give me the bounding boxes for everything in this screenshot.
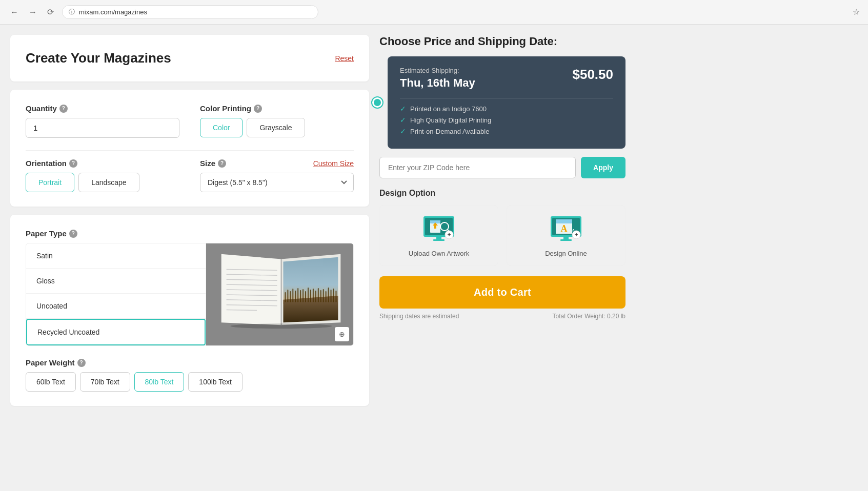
orientation-group: Orientation ? Portrait Landscape [26, 159, 179, 192]
design-option-section: Design Option [379, 189, 625, 266]
grayscale-btn[interactable]: Grayscale [247, 118, 305, 137]
book-illustration [206, 243, 353, 336]
paper-list-scroll[interactable]: Satin Gloss Uncoated Recycled Uncoated [26, 243, 206, 345]
apply-button[interactable]: Apply [581, 157, 625, 178]
svg-rect-13 [315, 291, 316, 302]
paper-weight-help-icon[interactable]: ? [77, 359, 86, 367]
shipping-estimated-label: Estimated Shipping: [400, 67, 475, 74]
design-online-icon: A ↗ [546, 214, 587, 244]
order-weight: Total Order Weight: 0.20 lb [552, 313, 625, 320]
size-select[interactable]: Digest (5.5" x 8.5") Letter (8.5" x 11")… [200, 173, 354, 192]
svg-rect-55 [560, 239, 572, 241]
quantity-color-card: Quantity ? Color Printing ? Color Graysc… [10, 90, 369, 207]
svg-rect-48 [556, 219, 572, 223]
check-icon-2: ✓ [400, 116, 406, 124]
orientation-help-icon[interactable]: ? [69, 159, 77, 168]
portrait-btn[interactable]: Portrait [26, 173, 74, 192]
design-options-row: Upload Own Artwork A [379, 205, 625, 266]
zoom-icon[interactable]: ⊕ [335, 327, 349, 341]
paper-type-card: Paper Type ? Satin Gloss Uncoated Recycl… [10, 215, 369, 406]
svg-rect-11 [310, 290, 311, 302]
landscape-btn[interactable]: Landscape [78, 173, 139, 192]
shipping-feature-3-text: Print-on-Demand Available [410, 128, 489, 135]
quantity-help-icon[interactable]: ? [59, 105, 68, 113]
shipping-note: Shipping dates are estimated [379, 313, 459, 320]
shipping-feature-3: ✓ Print-on-Demand Available [400, 127, 613, 135]
svg-rect-18 [328, 288, 329, 302]
browser-chrome: ← → ⟳ ⓘ mixam.com/magazines ☆ [0, 0, 868, 25]
shipping-radio-indicator[interactable] [372, 97, 382, 108]
paper-preview: ⊕ [206, 243, 353, 345]
shipping-price: $50.50 [572, 67, 613, 83]
shipping-feature-1-text: Printed on an Indigo 7600 [410, 105, 487, 113]
color-printing-help-icon[interactable]: ? [254, 105, 262, 113]
weight-100lb-btn[interactable]: 100lb Text [188, 372, 243, 392]
color-btn[interactable]: Color [200, 118, 243, 137]
reset-link[interactable]: Reset [335, 54, 354, 63]
bookmark-icon[interactable]: ☆ [853, 7, 860, 17]
upload-artwork-card[interactable]: Upload Own Artwork [379, 205, 498, 266]
custom-size-link[interactable]: Custom Size [313, 159, 354, 168]
shipping-card-header: Estimated Shipping: Thu, 16th May $50.50 [400, 67, 613, 90]
add-to-cart-button[interactable]: Add to Cart [379, 276, 625, 309]
size-label-row: Size ? Custom Size [200, 159, 354, 168]
address-bar[interactable]: ⓘ mixam.com/magazines [62, 5, 318, 19]
shipping-feature-2: ✓ High Quality Digital Printing [400, 116, 613, 124]
back-button[interactable]: ← [8, 6, 21, 19]
svg-rect-15 [320, 290, 321, 302]
price-shipping-title: Choose Price and Shipping Date: [379, 35, 625, 48]
color-printing-group: Color Printing ? Color Grayscale [200, 104, 354, 138]
shipping-features: ✓ Printed on an Indigo 7600 ✓ High Quali… [400, 105, 613, 135]
weight-80lb-btn[interactable]: 80lb Text [134, 372, 185, 392]
orientation-size-row: Orientation ? Portrait Landscape Size ? [26, 159, 354, 192]
svg-rect-20 [333, 289, 334, 302]
paper-item-gloss[interactable]: Gloss [26, 269, 206, 294]
orientation-label: Orientation ? [26, 159, 179, 168]
svg-rect-21 [335, 291, 336, 302]
upload-artwork-label: Upload Own Artwork [388, 250, 490, 257]
svg-rect-14 [318, 288, 319, 302]
right-panel: Choose Price and Shipping Date: Estimate… [379, 35, 625, 414]
svg-rect-40 [436, 237, 441, 239]
upload-monitor-svg [421, 215, 457, 243]
svg-text:A: A [561, 223, 568, 234]
title-card: Create Your Magazines Reset [10, 35, 369, 81]
paper-item-satin[interactable]: Satin [26, 243, 206, 269]
shipping-date-group: Estimated Shipping: Thu, 16th May [400, 67, 475, 90]
svg-rect-1 [285, 292, 286, 302]
refresh-button[interactable]: ⟳ [45, 5, 56, 19]
svg-rect-41 [433, 239, 445, 241]
paper-type-section: Paper Type ? Satin Gloss Uncoated Recycl… [26, 229, 354, 346]
quantity-input[interactable] [26, 118, 179, 138]
zip-section: Apply [379, 157, 625, 178]
shipping-card[interactable]: Estimated Shipping: Thu, 16th May $50.50… [388, 56, 625, 149]
forward-button[interactable]: → [27, 6, 39, 19]
svg-rect-4 [292, 289, 293, 302]
svg-rect-5 [295, 291, 296, 302]
page-title: Create Your Magazines [26, 50, 171, 66]
page-content: Create Your Magazines Reset Quantity ? C… [0, 25, 868, 424]
paper-item-recycled[interactable]: Recycled Uncoated [26, 319, 206, 345]
svg-text:↗: ↗ [571, 228, 575, 233]
quantity-color-row: Quantity ? Color Printing ? Color Graysc… [26, 104, 354, 138]
paper-type-help-icon[interactable]: ? [69, 230, 77, 238]
divider-1 [26, 150, 354, 151]
svg-rect-7 [300, 290, 301, 302]
shipping-feature-1: ✓ Printed on an Indigo 7600 [400, 105, 613, 113]
size-group: Size ? Custom Size Digest (5.5" x 8.5") … [200, 159, 354, 192]
title-row: Create Your Magazines Reset [26, 50, 354, 66]
size-help-icon[interactable]: ? [218, 159, 226, 168]
weight-70lb-btn[interactable]: 70lb Text [80, 372, 130, 392]
paper-item-uncoated[interactable]: Uncoated [26, 294, 206, 319]
svg-rect-9 [305, 291, 306, 302]
zip-input[interactable] [379, 157, 576, 178]
quantity-group: Quantity ? [26, 104, 179, 138]
weight-60lb-btn[interactable]: 60lb Text [26, 372, 76, 392]
svg-rect-6 [297, 288, 298, 302]
design-online-card[interactable]: A ↗ Design Online [507, 205, 625, 266]
shipping-divider [400, 98, 613, 98]
svg-rect-8 [302, 289, 304, 302]
shipping-date: Thu, 16th May [400, 76, 475, 90]
svg-rect-16 [323, 289, 324, 302]
orientation-btn-group: Portrait Landscape [26, 173, 179, 192]
